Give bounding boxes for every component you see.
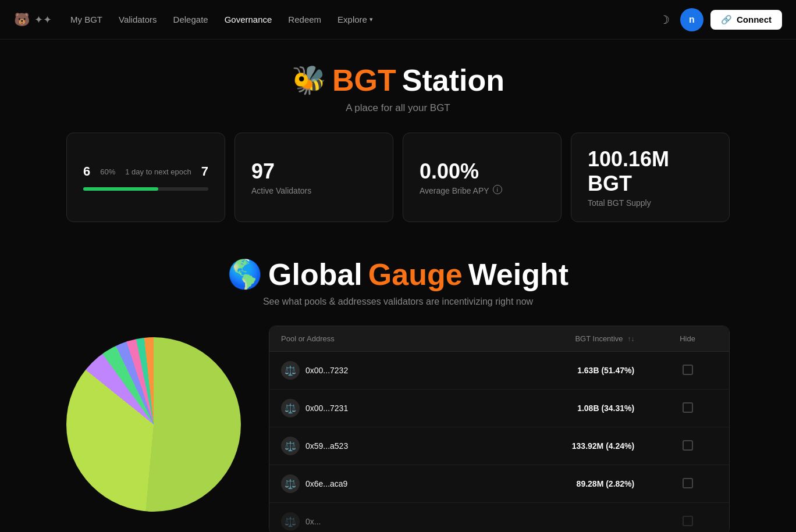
epoch-end-num: 7 [201,164,208,179]
table-row: ⚖️ 0x00...7232 1.63B (51.47%) [269,352,729,390]
pool-icon-4: ⚖️ [281,474,300,493]
active-validators-card: 97 Active Validators [234,133,393,222]
total-supply-label: Total BGT Supply [588,198,713,208]
gauge-section: 🌎 Global Gauge Weight See what pools & a… [12,257,784,532]
incentive-cell-4: 89.28M (2.82%) [463,465,646,503]
nav-my-bgt[interactable]: My BGT [70,15,102,24]
pool-address-4[interactable]: 0x6e...aca9 [305,479,347,488]
total-supply-value: 100.16M BGT [588,147,713,196]
epoch-days-label: 1 day to next epoch [125,167,191,176]
epoch-progress-bar [83,187,208,191]
incentive-cell-2: 1.08B (34.31%) [463,390,646,427]
globe-emoji: 🌎 [228,258,262,291]
station-text: Station [402,63,504,98]
bee-emoji: 🐝 [292,64,326,97]
bribe-apy-label: Average Bribe APY [420,186,489,195]
hide-checkbox-2[interactable] [683,402,693,413]
hero-subtitle: A place for all your BGT [292,102,504,114]
connect-button[interactable]: 🔗 Connect [710,10,782,30]
pie-chart [66,337,241,512]
hide-checkbox-1[interactable] [683,365,693,375]
gauge-global-text: Global [268,257,363,292]
pool-cell-1: ⚖️ 0x00...7232 [269,352,463,390]
pool-icon-3: ⚖️ [281,437,300,455]
main-content: 🐝 BGT Station A place for all your BGT 6… [0,40,796,532]
table-row: ⚖️ 0x6e...aca9 89.28M (2.82%) [269,465,729,503]
validators-value: 97 [251,159,376,184]
nav-validators[interactable]: Validators [119,15,157,24]
table-header-row: Pool or Address BGT Incentive ↑↓ Hide [269,326,729,352]
hide-cell-3 [646,427,729,465]
table-row: ⚖️ 0x00...7231 1.08B (34.31%) [269,390,729,427]
pool-cell-inner-4: ⚖️ 0x6e...aca9 [281,474,451,493]
connect-label: Connect [737,15,772,24]
pool-cell-3: ⚖️ 0x59...a523 [269,427,463,465]
connect-icon: 🔗 [721,15,732,25]
pool-cell-inner-5: ⚖️ 0x... [281,512,451,531]
gauge-subtitle: See what pools & addresses validators ar… [12,297,784,307]
hide-checkbox-4[interactable] [683,478,693,488]
table-header: Pool or Address BGT Incentive ↑↓ Hide [269,326,729,352]
nav-right: ☽ n 🔗 Connect [656,8,782,31]
nav-delegate[interactable]: Delegate [173,15,208,24]
col-pool-header: Pool or Address [269,326,463,352]
chevron-down-icon: ▾ [369,16,373,23]
epoch-card: 6 60% 1 day to next epoch 7 [66,133,225,222]
epoch-top: 6 60% 1 day to next epoch 7 [83,164,208,179]
pool-address-5[interactable]: 0x... [305,517,321,526]
epoch-start-num: 6 [83,164,90,179]
col-hide-header: Hide [646,326,729,352]
epoch-percent: 60% [100,167,115,176]
bribe-apy-value: 0.00% [420,159,545,184]
notification-icon-button[interactable]: n [680,8,703,31]
logo-dots-icon: ✦✦ [34,13,52,26]
nav-explore-label: Explore [337,15,367,24]
hero-section: 🐝 BGT Station A place for all your BGT [292,63,504,114]
gauge-weight-text: Weight [468,257,568,292]
bribe-apy-card: 0.00% Average Bribe APY i [403,133,562,222]
hide-cell-5 [646,503,729,533]
stats-row: 6 60% 1 day to next epoch 7 97 Active Va… [66,133,730,222]
hero-title: 🐝 BGT Station [292,63,504,98]
col-incentive-header[interactable]: BGT Incentive ↑↓ [463,326,646,352]
pool-icon-2: ⚖️ [281,399,300,417]
notification-icon: n [689,15,695,25]
hide-checkbox-5[interactable] [683,516,693,526]
bribe-apy-label-row: Average Bribe APY i [420,184,545,195]
epoch-progress-fill [83,187,158,191]
pool-cell-2: ⚖️ 0x00...7231 [269,390,463,427]
gauge-title: 🌎 Global Gauge Weight [12,257,784,292]
pie-chart-svg [66,337,241,512]
total-supply-card: 100.16M BGT Total BGT Supply [571,133,730,222]
incentive-cell-5 [463,503,646,533]
pool-address-1[interactable]: 0x00...7232 [305,366,348,375]
nav-explore[interactable]: Explore ▾ [337,15,373,24]
nav-governance[interactable]: Governance [225,15,272,24]
pool-address-3[interactable]: 0x59...a523 [305,441,348,451]
pool-cell-4: ⚖️ 0x6e...aca9 [269,465,463,503]
hide-cell-1 [646,352,729,390]
pool-address-2[interactable]: 0x00...7231 [305,404,348,413]
bribe-apy-info-icon[interactable]: i [493,185,502,194]
pool-icon-1: ⚖️ [281,361,300,380]
nav-redeem[interactable]: Redeem [288,15,321,24]
hide-cell-2 [646,390,729,427]
col-incentive-label: BGT Incentive [575,334,623,343]
pool-cell-inner-2: ⚖️ 0x00...7231 [281,399,451,417]
nav-logo: 🐻 ✦✦ [14,12,52,27]
gauge-table-wrapper[interactable]: Pool or Address BGT Incentive ↑↓ Hide [269,326,730,532]
pool-cell-inner-3: ⚖️ 0x59...a523 [281,437,451,455]
bgt-text: BGT [332,63,396,98]
nav-links: My BGT Validators Delegate Governance Re… [70,15,373,24]
gauge-word-text: Gauge [368,257,463,292]
table-row: ⚖️ 0x... [269,503,729,533]
gauge-table: Pool or Address BGT Incentive ↑↓ Hide [269,326,729,532]
pie-foreign [66,337,241,512]
table-body: ⚖️ 0x00...7232 1.63B (51.47%) [269,352,729,533]
hide-checkbox-3[interactable] [683,440,693,451]
pool-cell-5: ⚖️ 0x... [269,503,463,533]
nav-left: 🐻 ✦✦ My BGT Validators Delegate Governan… [14,12,373,27]
theme-toggle-button[interactable]: ☽ [656,9,673,30]
hide-cell-4 [646,465,729,503]
incentive-cell-1: 1.63B (51.47%) [463,352,646,390]
